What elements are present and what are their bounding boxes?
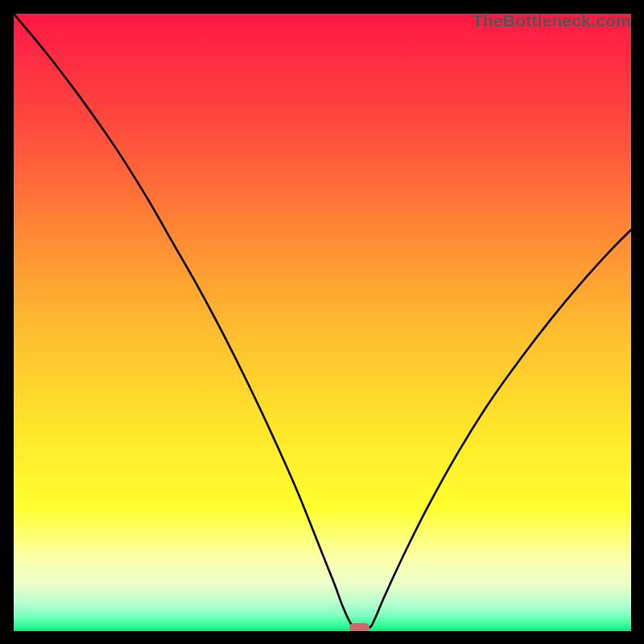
bottleneck-curve: [14, 14, 631, 631]
chart-frame: TheBottleneck.com: [0, 0, 644, 644]
optimal-point-marker: [349, 623, 369, 631]
plot-area: TheBottleneck.com: [14, 14, 631, 631]
